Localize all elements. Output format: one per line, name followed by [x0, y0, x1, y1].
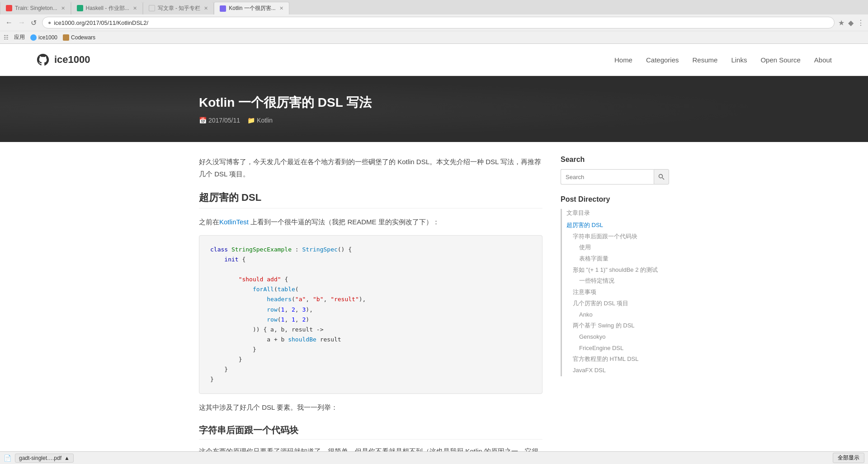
- dir-item-10[interactable]: 两个基于 Swing 的 DSL: [566, 320, 669, 331]
- tab-3-close[interactable]: ✕: [204, 5, 208, 11]
- pdf-icon: 📄: [4, 455, 11, 462]
- download-label: gadt-singlet….pdf: [19, 455, 61, 461]
- bookmark-ice1000-label: ice1000: [38, 34, 57, 41]
- forward-button[interactable]: →: [16, 18, 27, 28]
- nav-about[interactable]: About: [814, 56, 832, 64]
- tab-4-close[interactable]: ✕: [279, 5, 283, 11]
- dir-item-11[interactable]: Gensokyo: [566, 331, 669, 343]
- tab-3-label: 写文章 - 知乎专栏: [158, 5, 201, 12]
- dir-item-1[interactable]: 超厉害的 DSL: [566, 220, 669, 231]
- hero-meta: 📅 2017/05/11 📁 Kotlin: [199, 117, 669, 124]
- search-title: Search: [561, 156, 669, 164]
- directory-title: Post Directory: [561, 195, 669, 204]
- hero-title: Kotlin 一个很厉害的 DSL 写法: [199, 94, 669, 111]
- folder-icon: 📁: [247, 117, 255, 124]
- tab-4[interactable]: Kotlin 一个很厉害... ✕: [214, 2, 289, 14]
- tab-3-favicon: [149, 5, 155, 11]
- nav-buttons: ← → ↺: [4, 18, 38, 28]
- svg-line-1: [662, 178, 664, 180]
- dir-item-5[interactable]: 形如 "(+ 1 1)" shouldBe 2 的测试: [566, 265, 669, 276]
- menu-icon[interactable]: ⋮: [857, 19, 864, 27]
- download-chevron-icon: ▲: [64, 455, 70, 461]
- tab-2[interactable]: Haskell - 作业部... ✕: [71, 2, 143, 14]
- dir-item-2[interactable]: 字符串后面跟一个代码块: [566, 231, 669, 242]
- content-area: 好久没写博客了，今天发几个最近在各个地方看到的一些碉堡了的 Kotlin DSL…: [199, 156, 542, 464]
- section1-post: 上看到一个很牛逼的写法（我把 README 里的实例改了下）：: [249, 218, 439, 226]
- url-bar[interactable]: ● ice1000.org/2017/05/11/KotlinDSL2/: [42, 17, 835, 28]
- content-intro: 好久没写博客了，今天发几个最近在各个地方看到的一些碉堡了的 Kotlin DSL…: [199, 156, 542, 180]
- dir-item-7[interactable]: 注意事项: [566, 287, 669, 298]
- tab-3[interactable]: 写文章 - 知乎专栏 ✕: [143, 2, 214, 14]
- dir-item-8[interactable]: 几个厉害的 DSL 项目: [566, 298, 669, 309]
- main-container: 好久没写博客了，今天发几个最近在各个地方看到的一些碉堡了的 Kotlin DSL…: [163, 142, 705, 464]
- back-button[interactable]: ←: [4, 18, 14, 28]
- show-all-button[interactable]: 全部显示: [833, 453, 864, 463]
- dir-item-4[interactable]: 表格字面量: [566, 253, 669, 265]
- nav-opensource[interactable]: Open Source: [760, 56, 800, 64]
- section1-para: 之前在KotlinTest 上看到一个很牛逼的写法（我把 README 里的实例…: [199, 216, 542, 228]
- sidebar: Search Post Directory 文章目录 超厉害的 DSL 字符串后…: [561, 156, 669, 464]
- tab-2-close[interactable]: ✕: [133, 5, 137, 11]
- bookmark-ice1000-favicon: [30, 34, 37, 41]
- sidebar-search: Search: [561, 156, 669, 185]
- bookmark-codewars[interactable]: Codewars: [63, 34, 95, 41]
- address-bar: ← → ↺ ● ice1000.org/2017/05/11/KotlinDSL…: [0, 14, 868, 31]
- site-nav: Home Categories Resume Links Open Source…: [614, 56, 832, 64]
- tab-1-label: Train: Singleton...: [15, 5, 57, 11]
- search-button[interactable]: [654, 169, 669, 185]
- dir-item-9[interactable]: Anko: [566, 309, 669, 321]
- url-text: ice1000.org/2017/05/11/KotlinDSL2/: [54, 19, 148, 26]
- bookmark-apps[interactable]: 应用: [14, 33, 25, 41]
- kotlintest-link[interactable]: KotlinTest: [219, 218, 249, 226]
- hero-category: 📁 Kotlin: [247, 117, 273, 124]
- svg-point-0: [659, 175, 663, 178]
- nav-resume[interactable]: Resume: [693, 56, 718, 64]
- github-logo-icon: [36, 53, 50, 66]
- secure-icon: ●: [48, 19, 51, 26]
- section1-pre: 之前在: [199, 218, 219, 226]
- directory-section: 文章目录 超厉害的 DSL 字符串后面跟一个代码块 使用 表格字面量 形如 "(…: [561, 209, 669, 376]
- dir-item-3[interactable]: 使用: [566, 242, 669, 253]
- tab-1-favicon: [6, 5, 12, 11]
- browser-chrome: Train: Singleton... ✕ Haskell - 作业部... ✕…: [0, 0, 868, 44]
- extensions-icon[interactable]: ◆: [848, 19, 854, 27]
- section1-after: 这其中涉及了好几个 DSL 要素。我一一列举：: [199, 401, 542, 413]
- code-block: class StringSpecExample : StringSpec() {…: [199, 235, 542, 394]
- search-box: [561, 169, 669, 185]
- bookmark-codewars-label: Codewars: [71, 34, 95, 41]
- site-logo-text: ice1000: [54, 54, 90, 66]
- dir-item-14[interactable]: JavaFX DSL: [566, 365, 669, 376]
- tab-2-favicon: [77, 5, 83, 11]
- tab-1-close[interactable]: ✕: [61, 5, 65, 11]
- tab-4-favicon: [220, 5, 226, 12]
- section2-title: 字符串后面跟一个代码块: [199, 424, 542, 440]
- post-directory: Post Directory 文章目录 超厉害的 DSL 字符串后面跟一个代码块…: [561, 195, 669, 376]
- tab-2-label: Haskell - 作业部...: [86, 5, 129, 12]
- download-item[interactable]: gadt-singlet….pdf ▲: [15, 454, 74, 463]
- search-icon: [658, 174, 665, 180]
- hero-date: 📅 2017/05/11: [199, 117, 240, 124]
- tab-4-label: Kotlin 一个很厉害...: [229, 5, 275, 12]
- reload-button[interactable]: ↺: [29, 18, 38, 28]
- bookmark-ice1000[interactable]: ice1000: [30, 34, 57, 41]
- nav-links[interactable]: Links: [731, 56, 747, 64]
- directory-section-label: 文章目录: [566, 209, 669, 217]
- nav-categories[interactable]: Categories: [646, 56, 679, 64]
- nav-home[interactable]: Home: [614, 56, 632, 64]
- tab-bar: Train: Singleton... ✕ Haskell - 作业部... ✕…: [0, 0, 868, 14]
- site-header: ice1000 Home Categories Resume Links Ope…: [0, 44, 868, 76]
- calendar-icon: 📅: [199, 117, 207, 124]
- apps-icon[interactable]: ☷: [4, 34, 9, 41]
- bookmarks-bar: ☷ 应用 ice1000 Codewars: [0, 31, 868, 43]
- bookmark-apps-label: 应用: [14, 33, 25, 41]
- search-input[interactable]: [561, 169, 654, 185]
- site-logo[interactable]: ice1000: [36, 53, 90, 66]
- section1-title: 超厉害的 DSL: [199, 191, 542, 208]
- star-icon[interactable]: ★: [838, 19, 844, 27]
- dir-item-12[interactable]: FriceEngine DSL: [566, 343, 669, 354]
- bottom-bar: 📄 gadt-singlet….pdf ▲ 全部显示: [0, 451, 868, 464]
- page-hero: Kotlin 一个很厉害的 DSL 写法 📅 2017/05/11 📁 Kotl…: [0, 76, 868, 142]
- dir-item-6[interactable]: 一些特定情况: [566, 275, 669, 287]
- tab-1[interactable]: Train: Singleton... ✕: [0, 2, 71, 14]
- dir-item-13[interactable]: 官方教程里的 HTML DSL: [566, 354, 669, 365]
